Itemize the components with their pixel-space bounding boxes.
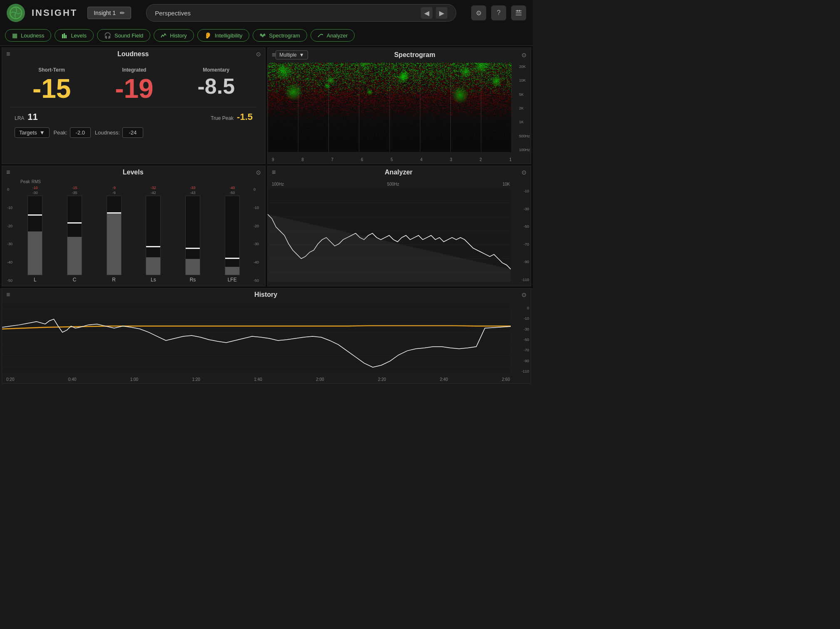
loudness-content: Short-Term -15 Integrated -19 Momentary … <box>2 48 265 164</box>
tab-intelligibility-label: Intelligibility <box>215 32 242 39</box>
integrated-col: Integrated -19 <box>115 67 154 102</box>
channel-lfe: -40-50LFE <box>213 186 251 283</box>
logo <box>7 4 25 22</box>
true-peak-value: -1.5 <box>237 112 253 122</box>
channel-rms-bar <box>67 237 82 275</box>
analyzer-settings-icon[interactable]: ⊙ <box>522 169 527 176</box>
loudness-panel-title: Loudness <box>10 50 256 58</box>
history-menu-icon[interactable]: ≡ <box>6 291 10 298</box>
channel-rms-val: -43 <box>190 191 196 195</box>
tab-history[interactable]: History <box>154 29 194 42</box>
lra-label: LRA <box>15 115 24 121</box>
loudness-menu-icon[interactable]: ≡ <box>6 50 10 58</box>
levels-settings-icon[interactable]: ⊙ <box>256 169 261 176</box>
channel-peak-line <box>146 246 160 247</box>
analyzer-panel-header: ≡ Analyzer ⊙ <box>268 166 531 179</box>
channel-rms-bar <box>225 267 239 275</box>
channel-rms-val: -30 <box>32 191 38 195</box>
history-panel-title: History <box>10 291 522 298</box>
channel-peak-val: -9 <box>112 186 116 190</box>
soundfield-icon: 🎧 <box>104 32 111 39</box>
analyzer-canvas <box>268 189 511 282</box>
levels-main: 0-10-20-30-40-50 -10-30L-15-35C-9-9R-32-… <box>5 186 262 283</box>
tab-loudness-label: Loudness <box>21 32 44 39</box>
midi-icon[interactable] <box>511 5 526 20</box>
spectrogram-icon <box>260 32 266 38</box>
channel-rms-bar <box>146 257 160 275</box>
levels-panel-header: ≡ Levels ⊙ <box>2 166 265 179</box>
loudness-meters-row: Short-Term -15 Integrated -19 Momentary … <box>10 67 257 102</box>
tab-spectrogram-label: Spectrogram <box>269 32 300 39</box>
channel-label: LFE <box>228 277 237 283</box>
levels-icon <box>62 32 67 38</box>
nav-next-button[interactable]: ▶ <box>436 7 447 19</box>
channel-meter <box>185 196 200 275</box>
channel-rms-val: -42 <box>151 191 156 195</box>
analyzer-icon <box>318 32 323 38</box>
analyzer-y-labels: -10-30-50-70-90-110 <box>522 189 529 282</box>
tab-loudness[interactable]: ▦ Loudness <box>5 29 51 42</box>
channel-r: -9-9R <box>95 186 133 283</box>
channel-meter <box>67 196 82 275</box>
channel-peak-line <box>67 222 82 224</box>
tab-levels[interactable]: Levels <box>55 29 94 42</box>
preset-name: Insight 1 <box>94 10 116 16</box>
history-y-labels: 0-10-30-50-70-90-110 <box>522 306 529 373</box>
peak-field: Peak: -2.0 <box>54 127 91 138</box>
levels-content: Peak RMS 0-10-20-30-40-50 -10-30L-15-35C… <box>2 166 265 286</box>
true-peak-label: True Peak <box>211 115 234 121</box>
channel-peak-val: -10 <box>32 186 38 190</box>
tab-soundfield[interactable]: 🎧 Sound Field <box>97 29 150 42</box>
targets-label: Targets <box>19 129 37 136</box>
app-title: INSIGHT <box>32 7 77 18</box>
loudness-settings-icon[interactable]: ⊙ <box>256 51 261 57</box>
channel-ls: -32-42Ls <box>134 186 172 283</box>
spectrogram-dropdown[interactable]: Multiple ▼ <box>276 50 308 60</box>
tab-spectrogram[interactable]: Spectrogram <box>253 29 307 42</box>
analyzer-menu-icon[interactable]: ≡ <box>272 169 276 176</box>
tab-analyzer[interactable]: Analyzer <box>311 29 355 42</box>
lra-item: LRA 11 <box>15 112 38 122</box>
peak-label: Peak: <box>54 129 67 136</box>
tab-levels-label: Levels <box>71 32 87 39</box>
rms-label: RMS <box>32 179 41 184</box>
preset-selector[interactable]: Insight 1 ✏ <box>87 7 131 19</box>
intelligibility-icon: 👂 <box>204 32 211 39</box>
analyzer-x-labels: 100Hz500Hz10K <box>272 182 510 186</box>
header-icons: ⚙ ? <box>471 5 526 20</box>
targets-dropdown[interactable]: Targets ▼ <box>15 127 50 138</box>
main-grid: ≡ Loudness ⊙ Short-Term -15 Integrated -… <box>0 46 533 288</box>
settings-icon[interactable]: ⚙ <box>471 5 486 20</box>
history-canvas <box>2 303 511 373</box>
peak-rms-label: Peak <box>20 179 30 184</box>
tab-intelligibility[interactable]: 👂 Intelligibility <box>197 29 249 42</box>
channel-peak-val: -15 <box>72 186 77 190</box>
channel-peak-line <box>28 214 42 216</box>
spectrogram-menu-icon[interactable]: ≡ <box>272 51 276 59</box>
peak-value: -2.0 <box>70 127 91 138</box>
perspectives-label: Perspectives <box>155 10 191 17</box>
loudness-target-value: -24 <box>122 127 143 138</box>
svg-rect-16 <box>2 303 511 373</box>
spectrogram-panel: ≡ Multiple ▼ Spectrogram ⊙ 20K10K5K2K1K5… <box>267 47 531 164</box>
channel-peak-val: -40 <box>229 186 235 190</box>
history-settings-icon[interactable]: ⊙ <box>522 291 527 298</box>
history-panel: ≡ History ⊙ 0-10-30-50-70-90-110 0:200:4… <box>2 288 531 384</box>
spectrogram-canvas <box>268 63 512 152</box>
channel-l: -10-30L <box>16 186 54 283</box>
spectrogram-settings-icon[interactable]: ⊙ <box>522 52 527 58</box>
tab-soundfield-label: Sound Field <box>114 32 143 39</box>
nav-prev-button[interactable]: ◀ <box>421 7 432 19</box>
levels-menu-icon[interactable]: ≡ <box>6 169 10 176</box>
loudness-field: Loudness: -24 <box>95 127 143 138</box>
short-term-col: Short-Term -15 <box>32 67 71 102</box>
history-icon <box>161 32 167 38</box>
help-icon[interactable]: ? <box>491 5 506 20</box>
channel-rms-bar <box>186 259 200 275</box>
tabbar: ▦ Loudness Levels 🎧 Sound Field History … <box>0 26 533 46</box>
integrated-label: Integrated <box>115 67 154 73</box>
channel-label: L <box>34 277 37 283</box>
channel-peak-val: -32 <box>151 186 156 190</box>
spectrogram-panel-title: Spectrogram <box>308 51 522 59</box>
channel-label: Ls <box>151 277 156 283</box>
